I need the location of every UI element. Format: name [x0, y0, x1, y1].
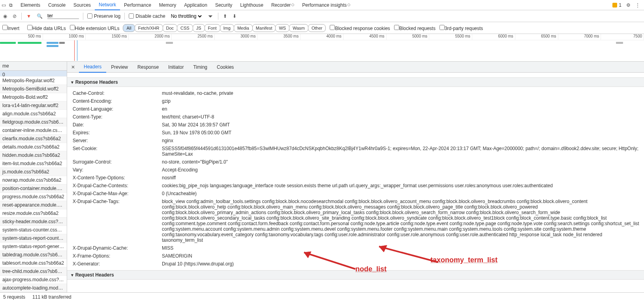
- request-row[interactable]: Metropolis-Regular.woff2: [0, 77, 67, 85]
- type-chip-manifest[interactable]: Manifest: [252, 24, 276, 32]
- request-row[interactable]: lora-v14-latin-regular.woff2: [0, 102, 67, 110]
- clear-icon[interactable]: ⊘: [12, 13, 17, 19]
- response-headers-section[interactable]: Response Headers: [67, 77, 644, 87]
- timeline-tick: 7500: [601, 34, 644, 40]
- kebab-icon[interactable]: ⋮: [633, 2, 642, 8]
- record-icon[interactable]: ◉: [2, 13, 8, 19]
- tab-performance[interactable]: Performance: [120, 0, 155, 10]
- type-chip-other[interactable]: Other: [308, 24, 326, 32]
- header-value: block_view config:admin_toolbar_tools.se…: [162, 199, 640, 243]
- warnings-indicator[interactable]: 1: [610, 2, 624, 8]
- request-row[interactable]: reset-appearance.module.cs…: [0, 201, 67, 209]
- subtab-initiator[interactable]: Initiator: [163, 62, 188, 73]
- tab-elements[interactable]: Elements: [17, 0, 44, 10]
- header-key: Cache-Control:: [71, 90, 162, 96]
- request-row[interactable]: details.module.css?sb66a2: [0, 143, 67, 151]
- tab-console[interactable]: Console: [44, 0, 69, 10]
- request-row[interactable]: ajax-progress.module.css?s…: [0, 276, 67, 284]
- type-chip-wasm[interactable]: Wasm: [289, 24, 308, 32]
- timeline-tick: 1000 ms: [43, 34, 86, 40]
- tab-recorder[interactable]: Recorder⬡: [267, 0, 298, 10]
- tab-security[interactable]: Security: [211, 0, 236, 10]
- type-chip-doc[interactable]: Doc: [163, 24, 178, 32]
- filter-icon[interactable]: ▼: [26, 13, 32, 19]
- type-chip-media[interactable]: Media: [234, 24, 253, 32]
- preserve-log-checkbox[interactable]: Preserve log: [87, 13, 120, 19]
- request-row[interactable]: system-status-counter.css?…: [0, 226, 67, 234]
- header-key: X-Generator:: [71, 261, 162, 267]
- type-chip-all[interactable]: All: [123, 24, 135, 32]
- invert-checkbox[interactable]: Invert: [2, 25, 19, 31]
- request-row-selected[interactable]: 0: [0, 71, 67, 77]
- disable-cache-checkbox[interactable]: Disable cache: [129, 13, 165, 19]
- request-row[interactable]: tablesort.module.css?sb66a2: [0, 259, 67, 267]
- request-row[interactable]: js.module.css?sb66a2: [0, 168, 67, 176]
- subtab-response[interactable]: Response: [133, 62, 163, 73]
- request-row[interactable]: nowrap.module.css?sb66a2: [0, 176, 67, 184]
- header-key: Content-Encoding:: [71, 98, 162, 104]
- request-row[interactable]: container-inline.module.css?…: [0, 126, 67, 135]
- third-party-checkbox[interactable]: 3rd-party requests: [439, 25, 483, 31]
- request-row[interactable]: system-status-report-gener…: [0, 243, 67, 251]
- blocked-requests-checkbox[interactable]: Blocked requests: [394, 25, 436, 31]
- request-row[interactable]: tabledrag.module.css?sb66a2: [0, 251, 67, 259]
- request-row[interactable]: fieldgroup.module.css?sb66…: [0, 118, 67, 126]
- inspect-icon[interactable]: ▭: [2, 2, 6, 8]
- throttling-select[interactable]: No throttling: [169, 13, 203, 19]
- type-chip-js[interactable]: JS: [193, 24, 205, 32]
- request-row[interactable]: align.module.css?sb66a2: [0, 110, 67, 118]
- request-row[interactable]: resize.module.css?sb66a2: [0, 209, 67, 218]
- tab-performance-insights[interactable]: Performance insights⬡: [298, 0, 354, 10]
- request-row[interactable]: hidden.module.css?sb66a2: [0, 151, 67, 160]
- subtab-headers[interactable]: Headers: [79, 62, 106, 73]
- hide-data-checkbox[interactable]: Hide data URLs: [27, 25, 66, 31]
- header-key: Vary:: [71, 167, 162, 173]
- request-row[interactable]: system-status-report-count…: [0, 234, 67, 243]
- header-key: X-Drupal-Cache-Tags:: [71, 199, 162, 243]
- search-icon[interactable]: 🔍: [36, 13, 43, 19]
- warning-icon: [612, 3, 617, 8]
- type-chip-css[interactable]: CSS: [177, 24, 193, 32]
- request-row[interactable]: item-list.module.css?sb66a2: [0, 160, 67, 168]
- request-row[interactable]: autocomplete-loading.modu…: [0, 284, 67, 292]
- gear-icon[interactable]: ⚙: [624, 2, 633, 8]
- blocked-cookies-checkbox[interactable]: Blocked response cookies: [330, 25, 390, 31]
- beta-icon: ⬡: [347, 3, 350, 7]
- column-head-name[interactable]: me: [0, 62, 67, 71]
- request-row[interactable]: progress.module.css?sb66a2: [0, 193, 67, 201]
- status-bar: 5 requests 111 kB transferred: [0, 292, 644, 301]
- tab-sources[interactable]: Sources: [69, 0, 95, 10]
- hide-ext-checkbox[interactable]: Hide extension URLs: [70, 25, 120, 31]
- timeline-bar: [59, 42, 65, 44]
- tab-application[interactable]: Application: [180, 0, 211, 10]
- type-chip-fetch-xhr[interactable]: Fetch/XHR: [135, 24, 163, 32]
- timeline-tick: 6000 ms: [472, 34, 515, 40]
- header-row: X-Drupal-Cache-Contexts:cookies:big_pipe…: [71, 182, 640, 190]
- type-chip-img[interactable]: Img: [220, 24, 234, 32]
- request-row[interactable]: position-container.module.c…: [0, 184, 67, 193]
- tab-network[interactable]: Network: [95, 0, 120, 10]
- header-key: Date:: [71, 122, 162, 128]
- request-details-pane: ✕ HeadersPreviewResponseInitiatorTimingC…: [67, 62, 644, 292]
- request-row[interactable]: clearfix.module.css?sb66a2: [0, 135, 67, 143]
- network-timeline[interactable]: 500 ms1000 ms1500 ms2000 ms2500 ms3000 m…: [0, 34, 644, 62]
- request-row[interactable]: Metropolis-SemiBold.woff2: [0, 85, 67, 93]
- type-chip-font[interactable]: Font: [205, 24, 220, 32]
- request-row[interactable]: tree-child.module.css?sb66…: [0, 267, 67, 276]
- request-row[interactable]: Metropolis-Bold.woff2: [0, 93, 67, 102]
- tab-memory[interactable]: Memory: [155, 0, 180, 10]
- subtab-timing[interactable]: Timing: [188, 62, 212, 73]
- wifi-icon[interactable]: ⏷: [207, 13, 214, 19]
- header-key: Set-Cookie:: [71, 146, 162, 157]
- subtab-preview[interactable]: Preview: [106, 62, 133, 73]
- device-toggle-icon[interactable]: ⧉: [9, 2, 13, 8]
- download-icon[interactable]: ⬇: [232, 13, 237, 19]
- request-row[interactable]: sticky-header.module.css?s…: [0, 218, 67, 226]
- filter-input[interactable]: [47, 13, 79, 19]
- tab-lighthouse[interactable]: Lighthouse: [236, 0, 267, 10]
- type-chip-ws[interactable]: WS: [275, 24, 289, 32]
- subtab-cookies[interactable]: Cookies: [212, 62, 238, 73]
- upload-icon[interactable]: ⬆: [222, 13, 228, 19]
- close-icon[interactable]: ✕: [67, 64, 79, 70]
- timeline-tick: 5500 ms: [429, 34, 472, 40]
